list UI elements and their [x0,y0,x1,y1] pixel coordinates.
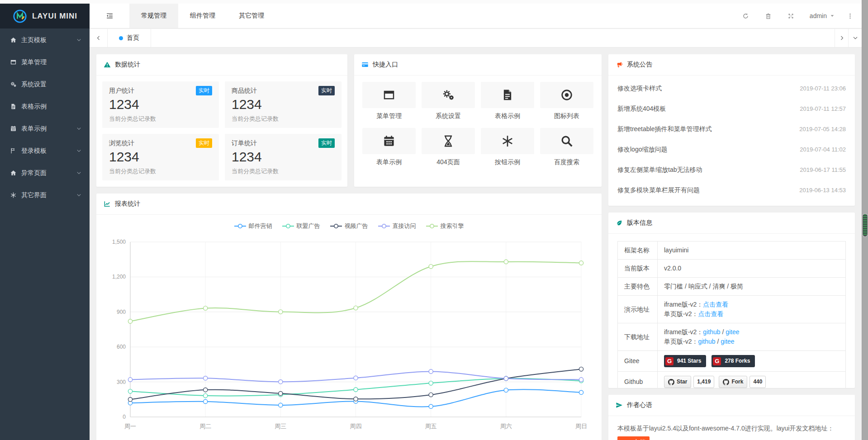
version-content: v2.0.0 [658,260,846,278]
sidebar-item-label: 表单示例 [21,125,76,133]
data-stats-title: 数据统计 [115,61,140,69]
sidebar-item-3[interactable]: 系统设置 [0,73,90,95]
notice-date: 2019-07-11 12:57 [800,105,846,112]
legend-label: 视频广告 [345,222,368,230]
caret-down-icon [830,14,835,18]
github-fork-button[interactable]: Fork [719,376,747,388]
system-notice-header: 系统公告 [608,54,855,76]
quick-entry-7[interactable]: 按钮示例 [481,128,534,166]
quick-entry-1[interactable]: 菜单管理 [362,82,416,120]
leaf-icon [616,219,623,227]
quick-entry-label: 菜单管理 [362,112,416,120]
version-label: 当前版本 [618,260,658,278]
stat-card-desc: 当前分类总记录数 [109,115,212,123]
legend-item[interactable]: 邮件营销 [234,222,272,230]
quick-entry-tile [422,128,475,154]
browser-scrollbar[interactable] [862,0,868,440]
warning-icon [104,61,111,68]
notice-list: 修改选项卡样式2019-07-11 23:06新增系统404模板2019-07-… [608,76,855,203]
version-value: layuimini [664,246,688,254]
header-tab-1[interactable]: 常规管理 [129,4,178,28]
gitee-badge[interactable]: G278 Forks [711,355,755,367]
quick-entry-label: 表单示例 [362,158,416,166]
link-github[interactable]: github [698,338,715,345]
sidebar-item-8[interactable]: 其它界面 [0,184,90,206]
github-icon [668,379,674,385]
github-fork-group: Fork440 [719,376,766,388]
app-logo: LAYUI MINI [0,4,90,28]
notice-date: 2019-07-05 14:28 [799,126,846,132]
trash-button[interactable] [757,4,780,28]
user-menu[interactable]: admin [802,4,842,28]
legend-item[interactable]: 视频广告 [330,222,368,230]
report-chart-header: 报表统计 [96,194,602,215]
search-icon [560,134,574,148]
link-github[interactable]: github [703,328,720,336]
sidebar-item-label: 主页模板 [21,36,76,44]
quick-entry-2[interactable]: 系统设置 [422,82,475,120]
tabs-scroll-left-button[interactable] [90,29,108,47]
sidebar-item-2[interactable]: 菜单管理 [0,51,90,73]
quick-entry-3[interactable]: 表格示例 [481,82,534,120]
tabs-menu-button[interactable] [848,29,862,47]
quick-entry-tile [540,82,593,108]
legend-item[interactable]: 直接访问 [378,222,416,230]
header-tab-2[interactable]: 组件管理 [178,4,227,28]
stat-card-3: 浏览统计实时1234当前分类总记录数 [102,134,219,180]
link-点击查看[interactable]: 点击查看 [703,301,728,308]
window-icon [382,88,396,102]
refresh-button[interactable] [735,4,757,28]
header-tab-3[interactable]: 其它管理 [227,4,276,28]
quick-entry-8[interactable]: 百度搜索 [540,128,593,166]
legend-item[interactable]: 搜索引擎 [426,222,464,230]
more-options-button[interactable] [842,4,858,28]
quick-entry-4[interactable]: 图标列表 [540,82,593,120]
stat-card-value: 1234 [232,97,335,112]
version-link-line: iframe版-v2：github / gitee [664,327,839,337]
notice-text: 修改logo缩放问题 [617,146,667,154]
sidebar-item-4[interactable]: 表格示例 [0,95,90,118]
system-notice-panel: 系统公告 修改选项卡样式2019-07-11 23:06新增系统404模板201… [608,54,855,206]
svg-text:周二: 周二 [199,423,211,430]
link-gitee[interactable]: gitee [721,338,734,345]
file-icon [501,88,514,102]
author-words-body: 本模板基于layui2.5.4以及font-awesome-4.7.0进行实现。… [608,416,855,440]
expand-button[interactable] [780,4,802,28]
github-star-count[interactable]: 1,419 [693,376,714,388]
line-chart-icon [104,200,111,208]
quick-entry-5[interactable]: 表单示例 [362,128,416,166]
version-content: Star1,419Fork440 [658,372,846,388]
link-gitee[interactable]: gitee [726,328,739,336]
legend-item[interactable]: 联盟广告 [282,222,320,230]
quick-entry-label: 404页面 [422,158,475,166]
stat-card-label: 商品统计 [232,87,257,95]
quick-entry-6[interactable]: 404页面 [422,128,475,166]
link-点击查看[interactable]: 点击查看 [698,310,723,317]
notice-row-6: 修复多模块菜单栏展开有问题2019-06-13 14:53 [608,180,855,200]
github-fork-count[interactable]: 440 [749,376,766,388]
sidebar-item-6[interactable]: 登录模板 [0,140,90,162]
stat-card-value: 1234 [232,149,335,165]
svg-text:周六: 周六 [500,423,512,430]
sidebar-item-1[interactable]: 主页模板 [0,29,90,51]
calendar-icon [382,134,396,148]
svg-text:周五: 周五 [425,423,437,430]
github-star-button[interactable]: Star [664,376,691,388]
tabs-scroll-right-button[interactable] [835,29,848,47]
scrollbar-thumb[interactable] [863,214,868,237]
layui-doc-badge[interactable]: layui文档 [617,436,650,440]
sidebar-item-5[interactable]: 表单示例 [0,118,90,140]
line-chart: 周一周二周三周四周五周六周日03006009001,2001,500 [96,234,602,438]
active-tab-dot [119,36,123,40]
version-row-4: 演示地址iframe版-v2：点击查看单页版-v2：点击查看 [618,296,846,323]
quick-entry-tile [362,82,416,108]
version-row-1: 框架名称layuimini [618,241,846,260]
gitee-badge[interactable]: G941 Stars [664,355,706,367]
chevron-down-icon [853,35,858,41]
top-strip [0,0,868,4]
legend-label: 搜索引擎 [441,222,464,230]
sidebar-item-7[interactable]: 异常页面 [0,162,90,184]
menu-toggle-button[interactable] [90,4,129,28]
version-link-line: 单页版-v2：github / gitee [664,337,839,346]
tab-home[interactable]: 首页 [108,29,151,47]
